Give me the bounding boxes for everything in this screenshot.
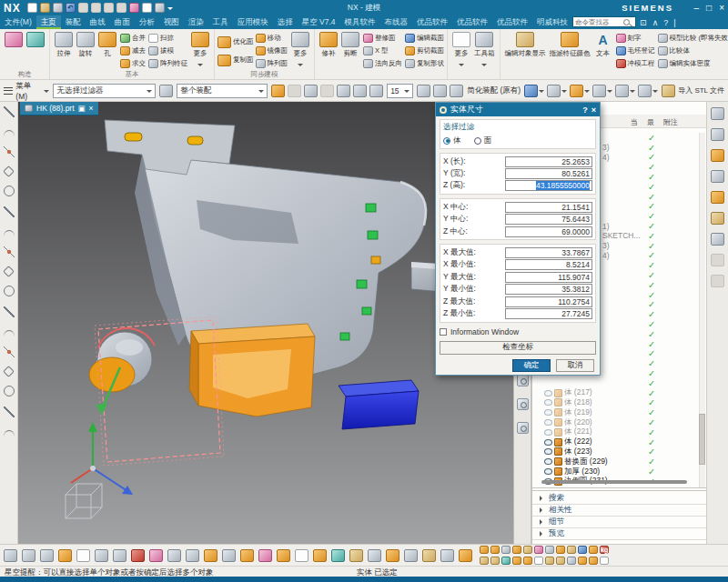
scrollbar-thumb[interactable]	[699, 414, 705, 465]
value-input[interactable]: 25.2653	[505, 156, 592, 167]
menu-tab[interactable]: 视图	[159, 15, 184, 29]
menu-tab[interactable]: 布线器	[380, 15, 413, 29]
user-icon[interactable]: |	[673, 18, 675, 27]
menu-tab[interactable]: 工具	[208, 15, 233, 29]
ribbon-small-button[interactable]: 合并	[120, 32, 146, 45]
mini-tool-icon[interactable]	[512, 546, 521, 554]
check-coordinates-button[interactable]: 检查坐标	[440, 341, 596, 355]
show-hide-icon[interactable]	[517, 375, 529, 386]
mini-tool-icon[interactable]	[556, 546, 565, 554]
add-component-icon[interactable]	[353, 85, 367, 97]
ribbon-button[interactable]: 旋转	[75, 31, 96, 69]
cancel-button[interactable]: 取消	[556, 359, 594, 372]
menu-tab[interactable]: 明威科技	[532, 15, 572, 29]
grey-tool-icon[interactable]	[440, 549, 454, 562]
project-curve-icon[interactable]	[4, 306, 15, 317]
green-face-tag[interactable]	[340, 333, 349, 340]
arc-icon[interactable]	[4, 186, 15, 196]
ribbon-small-button[interactable]: 求交	[120, 57, 146, 70]
ribbon-small-button[interactable]: 比较体	[658, 45, 728, 57]
visibility-eye-icon[interactable]	[544, 429, 552, 436]
value-input[interactable]: 21.1541	[505, 202, 592, 213]
flange-slot[interactable]	[187, 136, 203, 145]
column-header[interactable]: 附注	[663, 117, 678, 127]
move-rotate-icon[interactable]	[288, 85, 301, 97]
selection-scope-dropdown[interactable]: 整个装配	[177, 84, 268, 98]
ribbon-button[interactable]: 剪断	[339, 31, 361, 69]
visibility-eye-icon[interactable]	[544, 458, 552, 465]
stack-tool-icon[interactable]	[313, 549, 327, 562]
value-input[interactable]: 80.5261	[505, 168, 592, 179]
ribbon-button[interactable]: A文本	[592, 31, 614, 69]
plate-tool-icon[interactable]	[404, 549, 418, 562]
window-person-icon[interactable]	[40, 549, 54, 562]
ribbon-small-button[interactable]: 整修面	[363, 32, 402, 45]
mini-tool-icon[interactable]	[545, 557, 554, 565]
value-input[interactable]: 8.5214	[505, 259, 592, 270]
section-view-icon[interactable]	[524, 85, 538, 97]
tan-wedge-icon[interactable]	[422, 549, 436, 562]
circle-icon[interactable]	[4, 206, 15, 217]
flange-slot[interactable]	[125, 133, 142, 141]
visibility-eye-icon[interactable]	[544, 390, 552, 396]
tree-row[interactable]: 体 (220) ✓	[532, 417, 700, 427]
clip-navigator-icon[interactable]	[517, 422, 529, 434]
ribbon-button[interactable]	[25, 31, 46, 69]
command-finder[interactable]	[572, 16, 636, 27]
full-screen-icon[interactable]: ⊡	[640, 18, 647, 27]
cube-gear-icon[interactable]	[240, 549, 254, 562]
mini-tool-icon[interactable]	[523, 557, 532, 565]
cube-hand-icon[interactable]	[204, 549, 217, 562]
ribbon-button[interactable]	[3, 31, 25, 69]
line-icon[interactable]	[3, 166, 15, 177]
wedge-tool-icon[interactable]	[349, 549, 363, 562]
mini-tool-icon[interactable]	[501, 546, 511, 554]
mini-tool-icon[interactable]	[480, 557, 489, 565]
ribbon-small-button[interactable]: X 型	[363, 45, 402, 57]
tab-close-icon[interactable]: ×	[89, 104, 94, 113]
tree-row[interactable]: 体 (221) ✓	[532, 427, 700, 437]
help-icon[interactable]: ?	[663, 18, 668, 27]
reuse-library-icon[interactable]	[711, 191, 724, 204]
section-header[interactable]: 细节	[532, 517, 706, 528]
ribbon-button[interactable]: 工具箱	[472, 31, 497, 69]
mini-tool-icon[interactable]	[501, 557, 511, 565]
show-ghost-icon[interactable]	[337, 85, 350, 97]
ribbon-med-button[interactable]: 复制面	[217, 51, 254, 69]
value-input[interactable]: 27.7245	[505, 308, 592, 319]
ribbon-small-button[interactable]: 模型比较 (即将失效)	[658, 32, 728, 45]
window-edit-icon[interactable]	[417, 85, 430, 97]
ribbon-med-button[interactable]: 优化面	[217, 33, 254, 51]
mini-tool-icon[interactable]	[567, 546, 576, 554]
bridge-curve-icon[interactable]	[3, 366, 15, 377]
visibility-eye-icon[interactable]	[544, 419, 552, 426]
tree-row[interactable]: ✓	[532, 378, 700, 388]
ribbon-more-button[interactable]: 更多	[189, 31, 211, 69]
dialog-close-button[interactable]: ×	[592, 105, 596, 115]
pin-icon[interactable]: ▣	[78, 104, 86, 113]
undo-icon[interactable]: ↶	[66, 3, 76, 13]
roles-gear-icon[interactable]	[711, 107, 724, 120]
ribbon-small-button[interactable]: 拔模	[148, 45, 187, 57]
layer-settings-icon[interactable]	[638, 85, 652, 97]
ribbon-more-button[interactable]: 更多	[289, 31, 311, 69]
green-face-tag[interactable]	[368, 231, 378, 239]
assembly-constraint-icon[interactable]	[4, 130, 15, 136]
mirror-curve-icon[interactable]	[4, 330, 15, 336]
part-navigator-icon[interactable]	[711, 170, 724, 183]
target-point-icon[interactable]	[76, 549, 90, 562]
menu-tab[interactable]: 应用模块	[233, 15, 273, 29]
mini-tool-icon[interactable]	[578, 546, 587, 554]
mini-tool-icon[interactable]	[545, 546, 554, 554]
fit-window-icon[interactable]	[433, 85, 447, 97]
ribbon-small-button[interactable]: 复制形状	[405, 57, 444, 70]
ellipse-icon[interactable]	[4, 230, 15, 236]
datum-plane-icon[interactable]	[4, 146, 15, 157]
mini-tool-icon[interactable]	[523, 546, 532, 554]
section-header[interactable]: 搜索	[532, 493, 706, 505]
mini-tool-icon[interactable]	[490, 557, 500, 565]
menu-tab[interactable]: 分析	[135, 15, 159, 29]
house-tool-icon[interactable]	[222, 549, 236, 562]
cut-icon[interactable]	[91, 3, 101, 13]
render-style-icon[interactable]	[592, 85, 606, 97]
